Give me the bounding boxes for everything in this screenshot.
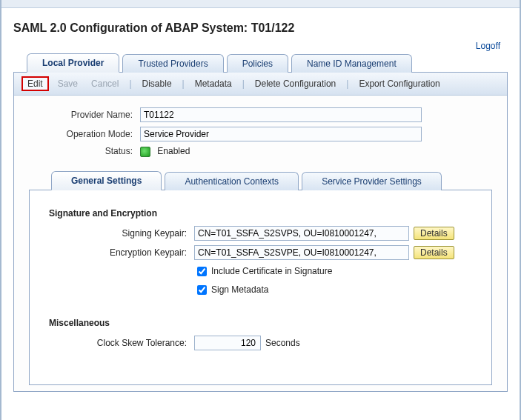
delete-config-button[interactable]: Delete Configuration bbox=[251, 77, 340, 90]
signature-encryption-heading: Signature and Encryption bbox=[49, 208, 475, 219]
sub-tabstrip: General Settings Authentication Contexts… bbox=[29, 170, 492, 190]
top-border bbox=[1, 0, 520, 8]
provider-name-label: Provider Name: bbox=[29, 110, 140, 120]
tab-trusted-providers[interactable]: Trusted Providers bbox=[122, 54, 223, 73]
encryption-keypair-label: Encryption Keypair: bbox=[46, 247, 194, 258]
sign-metadata-label: Sign Metadata bbox=[211, 284, 268, 295]
tab-local-provider[interactable]: Local Provider bbox=[27, 53, 119, 73]
clock-skew-field[interactable] bbox=[194, 336, 261, 350]
tab-name-id-management[interactable]: Name ID Management bbox=[291, 54, 412, 73]
main-tabstrip: Local Provider Trusted Providers Policie… bbox=[13, 53, 508, 73]
provider-name-field[interactable] bbox=[140, 107, 422, 122]
toolbar-separator: | bbox=[127, 79, 133, 89]
miscellaneous-heading: Miscellaneous bbox=[49, 318, 475, 328]
tab-general-settings[interactable]: General Settings bbox=[51, 171, 162, 190]
include-cert-checkbox[interactable] bbox=[197, 267, 207, 276]
signing-keypair-label: Signing Keypair: bbox=[46, 228, 194, 239]
sign-metadata-checkbox[interactable] bbox=[197, 285, 207, 295]
signing-details-button[interactable]: Details bbox=[414, 227, 454, 240]
operation-mode-field[interactable] bbox=[140, 127, 422, 141]
clock-skew-unit: Seconds bbox=[265, 338, 300, 348]
operation-mode-label: Operation Mode: bbox=[29, 129, 140, 139]
include-cert-label: Include Certificate in Signature bbox=[211, 266, 332, 276]
page-title: SAML 2.0 Configuration of ABAP System: T… bbox=[13, 21, 508, 35]
toolbar-separator: | bbox=[345, 79, 350, 89]
encryption-keypair-field[interactable] bbox=[194, 245, 409, 260]
main-panel: Edit Save Cancel | Disable | Metadata | … bbox=[13, 73, 508, 392]
status-value: Enabled bbox=[157, 146, 190, 156]
toolbar-separator: | bbox=[181, 79, 186, 89]
clock-skew-label: Clock Skew Tolerance: bbox=[46, 338, 194, 348]
export-config-button[interactable]: Export Configuration bbox=[354, 77, 444, 90]
signing-keypair-field[interactable] bbox=[194, 226, 409, 241]
save-button: Save bbox=[53, 77, 82, 90]
encryption-details-button[interactable]: Details bbox=[414, 246, 454, 259]
toolbar: Edit Save Cancel | Disable | Metadata | … bbox=[14, 73, 507, 96]
logoff-link[interactable]: Logoff bbox=[476, 41, 500, 51]
cancel-button: Cancel bbox=[87, 77, 123, 90]
tab-service-provider-settings[interactable]: Service Provider Settings bbox=[302, 172, 442, 190]
general-settings-panel: Signature and Encryption Signing Keypair… bbox=[29, 190, 492, 385]
tab-policies[interactable]: Policies bbox=[227, 54, 288, 73]
edit-button[interactable]: Edit bbox=[21, 76, 49, 91]
toolbar-separator: | bbox=[241, 79, 246, 89]
disable-button[interactable]: Disable bbox=[138, 77, 176, 90]
tab-authentication-contexts[interactable]: Authentication Contexts bbox=[165, 172, 299, 190]
status-label: Status: bbox=[29, 146, 140, 156]
status-led-icon bbox=[140, 147, 150, 157]
metadata-button[interactable]: Metadata bbox=[190, 77, 236, 90]
provider-form: Provider Name: Operation Mode: Status: E… bbox=[14, 96, 507, 391]
status-value-wrap: Enabled bbox=[140, 146, 190, 157]
